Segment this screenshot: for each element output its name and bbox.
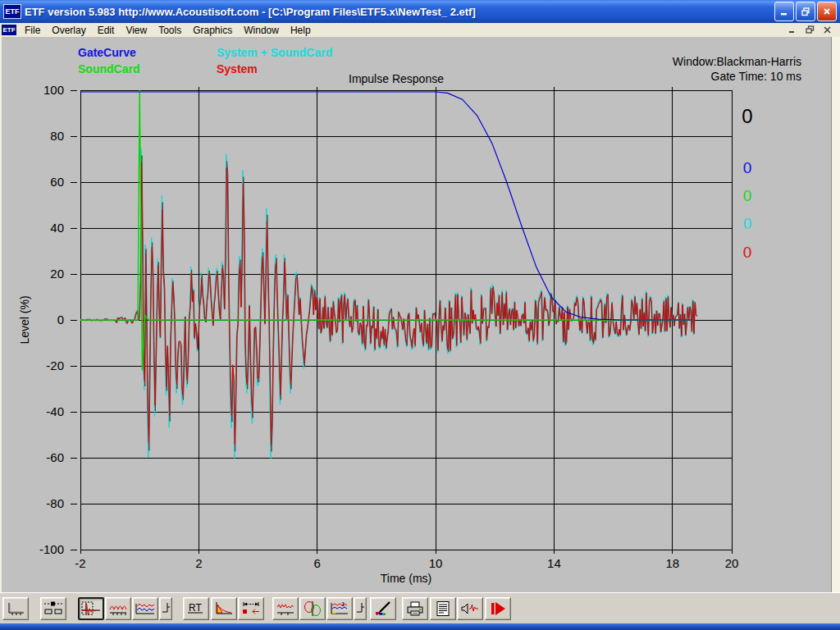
restore-button[interactable]: [796, 2, 815, 21]
speaker-test-button[interactable]: [457, 597, 483, 620]
y-tick-label: -60: [16, 450, 64, 464]
menu-item-tools[interactable]: Tools: [153, 24, 187, 37]
x-tick-label: -2: [64, 556, 97, 570]
menu-item-view[interactable]: View: [120, 24, 153, 37]
close-button[interactable]: [817, 2, 837, 21]
child-minimize-button[interactable]: [787, 25, 799, 35]
gate-time-label: Gate Time: 10 ms: [673, 69, 801, 84]
client-area: GateCurveSoundCardSystem + SoundCardSyst…: [0, 37, 840, 592]
menu-item-graphics[interactable]: Graphics: [187, 24, 238, 37]
window-type-label: Window:Blackman-Harris: [673, 54, 801, 69]
color-editor-button[interactable]: [370, 597, 396, 620]
corner-icon: [355, 600, 365, 617]
polarity-button[interactable]: [299, 597, 326, 620]
app-window: ETF ETF version 5.983 http://www.Acousti…: [0, 0, 840, 630]
restore-icon: [806, 25, 815, 34]
frequency-response-button[interactable]: [105, 597, 131, 620]
curve-offset-label: 0: [740, 187, 755, 205]
waterfall-icon: [213, 600, 235, 617]
close-icon: [823, 25, 832, 34]
y-tick-label: -80: [16, 496, 64, 510]
waterfall-button[interactable]: [211, 597, 237, 620]
rt-icon: RT: [185, 600, 207, 617]
x-tick-label: 10: [419, 556, 452, 570]
restore-icon: [801, 7, 810, 16]
x-tick-label: 6: [301, 556, 334, 570]
curve-offset-label: 0: [740, 105, 755, 128]
child-restore-button[interactable]: [804, 25, 816, 35]
y-tick-label: -40: [16, 404, 64, 418]
impulse-response-chart: GateCurveSoundCardSystem + SoundCardSyst…: [0, 37, 831, 592]
minimize-icon: [779, 7, 789, 16]
close-icon: [822, 7, 832, 16]
printer-icon: [404, 600, 426, 617]
x-tick-label: 14: [537, 556, 570, 570]
gate-measure-button[interactable]: [238, 597, 264, 620]
menu-item-help[interactable]: Help: [285, 24, 317, 37]
menu-item-overlay[interactable]: Overlay: [46, 24, 91, 37]
menu-item-file[interactable]: File: [19, 24, 46, 37]
y-tick-label: 100: [16, 83, 64, 97]
y-tick-label: 60: [16, 175, 64, 189]
curve-offset-label: 0: [740, 244, 755, 262]
window-bottom-border: [0, 623, 840, 630]
bottom-toolbar: RT1: [0, 592, 840, 623]
play-icon: [487, 600, 509, 617]
legend-gatecurve: GateCurve: [78, 46, 136, 59]
pencil-icon: [372, 600, 394, 617]
x-tick-label: 18: [656, 556, 689, 570]
document-icon: ETF: [2, 25, 16, 35]
run-measurement-button[interactable]: [485, 597, 511, 620]
y-tick-label: 40: [16, 221, 64, 235]
waves-one-icon: 1: [329, 600, 350, 617]
side-rail: [832, 37, 840, 592]
level-sliders-button[interactable]: [40, 597, 66, 620]
overlay-curves-button[interactable]: [132, 597, 158, 620]
combined-display-button[interactable]: 1: [326, 597, 353, 620]
window-title: ETF version 5.983 http://www.Acoustisoft…: [25, 6, 774, 18]
waves-multi-icon: [135, 600, 156, 617]
sliders-icon: [43, 600, 64, 617]
curve-offset-label: 0: [740, 159, 755, 177]
menu-items: FileOverlayEditViewToolsGraphicsWindowHe…: [19, 24, 317, 37]
notes-button[interactable]: [430, 597, 456, 620]
svg-text:RT: RT: [189, 602, 202, 614]
svg-text:1: 1: [341, 600, 345, 608]
sine-circles-icon: [302, 600, 323, 617]
document-icon: [432, 600, 454, 617]
minimize-button[interactable]: [774, 2, 794, 21]
child-close-button[interactable]: [821, 25, 833, 35]
reverb-time-button[interactable]: RT: [183, 597, 209, 620]
y-tick-label: 80: [16, 129, 64, 143]
wave-line-icon: [275, 600, 296, 617]
series-shadow: [80, 156, 697, 452]
x-tick-label: 2: [182, 556, 215, 570]
window-gate-info: Window:Blackman-Harris Gate Time: 10 ms: [673, 54, 801, 84]
axes-display-button[interactable]: [2, 597, 29, 620]
corner-icon: [161, 600, 171, 617]
axis-corner-2-button[interactable]: [354, 597, 367, 620]
x-axis-title: Time (ms): [349, 572, 463, 585]
minimize-icon: [788, 25, 797, 34]
legend-system: System: [217, 62, 258, 75]
chart-title: Impulse Response: [349, 72, 444, 85]
axes-icon: [5, 600, 26, 617]
impulse-icon: [80, 600, 102, 617]
curve-offset-label: 0: [740, 215, 755, 233]
legend-system-soundcard: System + SoundCard: [217, 46, 332, 59]
menu-bar: ETF FileOverlayEditViewToolsGraphicsWind…: [0, 23, 840, 38]
speaker-impulse-icon: [459, 600, 481, 617]
impulse-response-button[interactable]: [78, 597, 104, 620]
menu-item-window[interactable]: Window: [238, 24, 285, 37]
x-tick-label: 20: [715, 556, 748, 570]
menu-item-edit[interactable]: Edit: [92, 24, 121, 37]
distortion-wave-button[interactable]: [272, 597, 299, 620]
app-icon: ETF: [3, 4, 21, 19]
y-axis-title: Level (%): [18, 271, 34, 369]
print-button[interactable]: [402, 597, 428, 620]
axis-corner-1-button[interactable]: [159, 597, 172, 620]
legend-soundcard: SoundCard: [78, 62, 139, 75]
plot-canvas: [2, 37, 833, 592]
y-tick-label: -100: [16, 542, 64, 556]
title-bar: ETF ETF version 5.983 http://www.Acousti…: [0, 0, 840, 23]
